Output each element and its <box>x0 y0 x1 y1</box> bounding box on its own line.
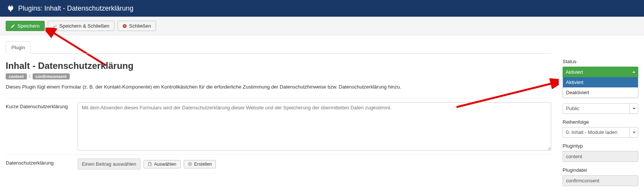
status-selected-text: Aktiviert <box>566 69 583 75</box>
caret-down-icon <box>630 128 638 137</box>
status-dropdown: Aktiviert Deaktiviert <box>563 77 638 98</box>
check-icon <box>53 24 57 28</box>
plugin-heading: Inhalt - Datenschutzerklärung <box>6 61 551 71</box>
close-button-label: Schließen <box>129 23 151 28</box>
plus-icon <box>188 162 192 166</box>
tab-bar: Plugin <box>6 41 551 54</box>
status-label: Status <box>563 59 638 64</box>
privacy-article-label: Datenschutzerklärung <box>6 159 78 170</box>
sidebar: Status Aktiviert Aktiviert Deaktiviert P… <box>563 35 638 191</box>
status-select[interactable]: Aktiviert Aktiviert Deaktiviert <box>563 67 638 98</box>
cancel-icon <box>122 24 127 28</box>
ordering-value: 0. Inhalt - Module laden <box>563 128 630 137</box>
save-button-label: Speichern <box>17 23 40 28</box>
element-chip: confirmconsent <box>33 73 70 79</box>
plugin-description: Dieses Plugin fügt einem Formular (z. B.… <box>6 84 551 90</box>
plugin-ident-labels: content / confirmconsent <box>6 73 551 79</box>
plugintype-label: Plugintyp <box>563 143 638 149</box>
file-icon <box>148 162 152 166</box>
apply-icon <box>11 24 15 28</box>
create-article-label: Erstellen <box>194 162 212 166</box>
short-note-textarea[interactable] <box>78 102 551 151</box>
plug-icon <box>7 5 14 12</box>
main-area: Plugin Inhalt - Datenschutzerklärung con… <box>6 35 551 191</box>
save-close-button[interactable]: Speichern & Schließen <box>48 21 114 31</box>
pluginfile-label: Plugindatei <box>563 167 638 173</box>
access-select[interactable]: Public <box>563 103 638 114</box>
row-short-note: Kurze Datenschutzerklärung <box>6 98 551 154</box>
save-close-button-label: Speichern & Schließen <box>59 23 109 28</box>
article-value: Einen Beitrag auswählen <box>78 159 141 170</box>
close-button[interactable]: Schließen <box>117 21 156 31</box>
caret-up-icon <box>632 71 635 73</box>
status-selected[interactable]: Aktiviert <box>563 67 638 77</box>
folder-chip: content <box>6 73 27 79</box>
toolbar: Speichern Speichern & Schließen Schließe… <box>0 17 644 35</box>
ordering-select[interactable]: 0. Inhalt - Module laden <box>563 127 638 138</box>
save-button[interactable]: Speichern <box>6 21 45 31</box>
create-article-button[interactable]: Erstellen <box>184 160 216 168</box>
short-note-label: Kurze Datenschutzerklärung <box>6 102 78 151</box>
caret-down-icon <box>630 104 638 114</box>
access-value: Public <box>563 104 630 114</box>
pluginfile-value: confirmconsent <box>563 175 638 186</box>
tab-plugin[interactable]: Plugin <box>6 41 31 54</box>
chip-separator: / <box>28 73 31 79</box>
row-privacy-article: Datenschutzerklärung Einen Beitrag auswä… <box>6 154 551 173</box>
page-header-title: Plugins: Inhalt - Datenschutzerklärung <box>18 5 133 12</box>
app-header: Plugins: Inhalt - Datenschutzerklärung <box>0 0 644 17</box>
status-option-disabled[interactable]: Deaktiviert <box>563 87 638 98</box>
select-article-label: Auswählen <box>154 162 177 166</box>
ordering-label: Reihenfolge <box>563 119 638 125</box>
status-option-enabled[interactable]: Aktiviert <box>563 77 638 87</box>
select-article-button[interactable]: Auswählen <box>144 160 181 168</box>
plugintype-value: content <box>563 151 638 162</box>
